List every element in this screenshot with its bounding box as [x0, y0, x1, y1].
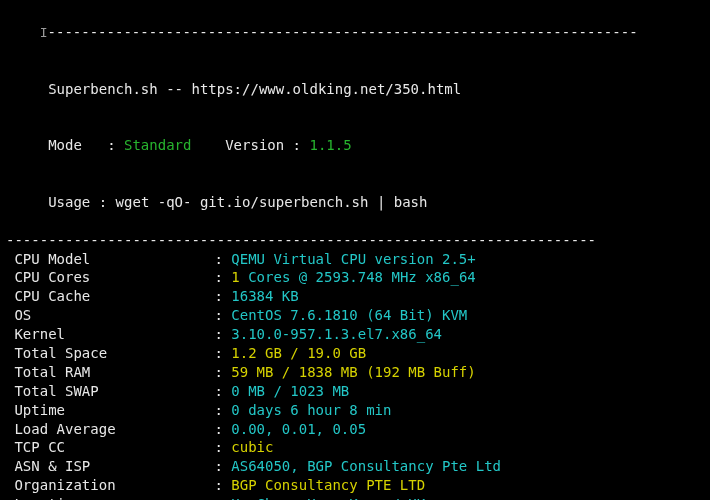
sys-value: 0.00, 0.01, 0.05: [231, 421, 366, 437]
sys-value: Cores @ 2593.748 MHz x86_64: [240, 269, 476, 285]
script-url: https://www.oldking.net/350.html: [191, 81, 461, 97]
sys-value: 16384 KB: [231, 288, 298, 304]
sys-value: cubic: [231, 439, 273, 455]
version-label: Version :: [225, 137, 309, 153]
sys-row: Load Average: 0.00, 0.01, 0.05: [6, 420, 704, 439]
sys-value: CentOS 7.6.1810 (64 Bit) KVM: [231, 307, 467, 323]
sys-value: 0 MB / 1023 MB: [231, 383, 349, 399]
sys-value: 1.2 GB / 19.0 GB: [231, 345, 366, 361]
divider: ----------------------------------------…: [6, 231, 704, 250]
text-cursor-icon: I: [40, 24, 48, 42]
sys-value-highlight: 1: [231, 269, 239, 285]
sys-row: Total SWAP: 0 MB / 1023 MB: [6, 382, 704, 401]
sys-label: Location: [14, 495, 214, 500]
sys-label: Total SWAP: [14, 382, 214, 401]
usage-label: Usage :: [48, 194, 115, 210]
sys-label: CPU Cores: [14, 268, 214, 287]
sys-value: AS64050, BGP Consultancy Pte Ltd: [231, 458, 501, 474]
sys-row: CPU Cores: 1 Cores @ 2593.748 MHz x86_64: [6, 268, 704, 287]
divider: ----------------------------------------…: [48, 24, 638, 40]
sys-row: Kernel: 3.10.0-957.1.3.el7.x86_64: [6, 325, 704, 344]
sys-row: Total Space: 1.2 GB / 19.0 GB: [6, 344, 704, 363]
sys-label: Total RAM: [14, 363, 214, 382]
sys-label: OS: [14, 306, 214, 325]
sys-value: QEMU Virtual CPU version 2.5+: [231, 251, 475, 267]
sys-label: Load Average: [14, 420, 214, 439]
sys-row: Total RAM: 59 MB / 1838 MB (192 MB Buff): [6, 363, 704, 382]
sys-row: Organization: BGP Consultancy PTE LTD: [6, 476, 704, 495]
sys-value: 59 MB / 1838 MB (192 MB Buff): [231, 364, 475, 380]
sys-value: BGP Consultancy PTE LTD: [231, 477, 425, 493]
sys-label: ASN & ISP: [14, 457, 214, 476]
sys-row: Location: Un Chau, Hong Kong / HK: [6, 495, 704, 500]
sys-label: Total Space: [14, 344, 214, 363]
sys-value: 0 days 6 hour 8 min: [231, 402, 391, 418]
version-value: 1.1.5: [309, 137, 351, 153]
sys-row: ASN & ISP: AS64050, BGP Consultancy Pte …: [6, 457, 704, 476]
sys-label: Organization: [14, 476, 214, 495]
script-name: Superbench.sh: [48, 81, 158, 97]
sys-row: CPU Model: QEMU Virtual CPU version 2.5+: [6, 250, 704, 269]
terminal-output: I---------------------------------------…: [6, 4, 704, 500]
usage-value: wget -qO- git.io/superbench.sh | bash: [116, 194, 428, 210]
mode-label: Mode :: [48, 137, 124, 153]
sys-row: CPU Cache: 16384 KB: [6, 287, 704, 306]
sys-row: TCP CC: cubic: [6, 438, 704, 457]
sys-value: 3.10.0-957.1.3.el7.x86_64: [231, 326, 442, 342]
sys-label: CPU Cache: [14, 287, 214, 306]
sys-row: Uptime: 0 days 6 hour 8 min: [6, 401, 704, 420]
sys-label: TCP CC: [14, 438, 214, 457]
sys-label: CPU Model: [14, 250, 214, 269]
sys-label: Kernel: [14, 325, 214, 344]
mode-value: Standard: [124, 137, 191, 153]
sys-label: Uptime: [14, 401, 214, 420]
sys-row: OS: CentOS 7.6.1810 (64 Bit) KVM: [6, 306, 704, 325]
sys-value: Un Chau, Hong Kong / HK: [231, 496, 425, 500]
system-info-block: CPU Model: QEMU Virtual CPU version 2.5+…: [6, 250, 704, 500]
